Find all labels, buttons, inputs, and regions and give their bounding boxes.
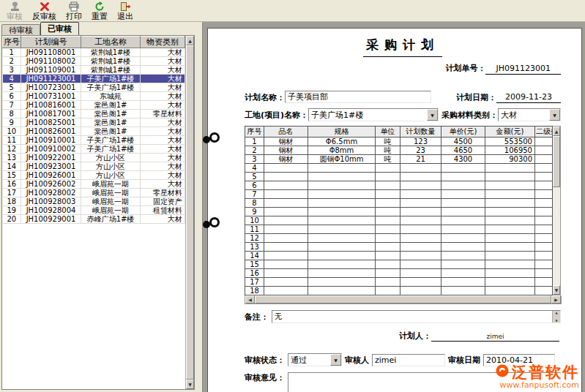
plan-row-category: 大材 [141,145,185,154]
plan-row[interactable]: 17 JH100928002 峨眉苑一期 零星材料 [3,189,185,197]
review-status-dropdown[interactable]: 通过 ▼ [288,353,342,366]
item-row[interactable]: 6 [245,181,553,190]
reset-button[interactable]: 重置 [88,1,111,21]
plan-row[interactable]: 18 JH100928003 峨眉苑一期 固定资产 [3,197,185,206]
plan-row[interactable]: 4 JH091123001 子美广场1#楼 大材 [3,75,185,83]
item-qty: 21 [400,155,441,164]
audit-button[interactable]: 审核 [3,1,26,21]
header-category[interactable]: 物资类别 [141,37,185,48]
scroll-right-icon[interactable]: ▶ [551,295,561,304]
item-row[interactable]: 11 [245,225,553,234]
scroll-down-icon[interactable]: ▼ [186,380,194,389]
tab-pending-audit[interactable]: 待审核 [1,24,40,35]
plan-row-category: 大材 [141,118,185,127]
item-row[interactable]: 5 [245,173,553,181]
items-header-row: 序号 品名 规格 单位 计划数量 单价(元) 金额(元) 二级类别 [245,127,553,137]
plan-row[interactable]: 10 JH100826001 棠邑阁1# 大材 [3,127,185,136]
plan-name-field[interactable]: 子美项目部 [285,91,431,103]
scroll-left-icon[interactable]: ◀ [245,295,255,304]
plan-row[interactable]: 20 JH100929001 赤峰广场1#楼 大材 [3,215,185,224]
scroll-down-icon[interactable]: ▼ [555,319,557,323]
scroll-up-icon[interactable]: ▲ [186,36,194,45]
plan-row[interactable]: 11 JH100910001 子美广场1#楼 大材 [3,136,185,145]
header-seq[interactable]: 序号 [3,37,21,48]
unaudit-button[interactable]: 反审核 [29,1,60,21]
plan-row[interactable]: 3 JH091109001 紫荆城1#楼 大材 [3,66,185,75]
scroll-thumb[interactable] [186,45,194,380]
plan-date-value: 2009-11-23 [496,92,561,103]
item-row[interactable]: 1 钢材 Φ6.5mm 吨 123 4500 553500 [245,137,553,146]
items-horizontal-scrollbar[interactable]: ◀ ▶ [245,295,562,304]
remark-field[interactable]: 无 ▲ ▼ [272,310,561,323]
item-row[interactable]: 13 [245,243,553,252]
plan-row[interactable]: 7 JH100816001 棠邑阁1# 大材 [3,101,185,110]
plan-row[interactable]: 13 JH100922001 方山小区 大材 [3,154,185,162]
plan-row[interactable]: 8 JH100817001 棠邑阁1# 零星材料 [3,110,185,118]
header-site[interactable]: 工地名称 [81,37,141,48]
item-amount [485,173,535,181]
panel-splitter[interactable] [195,22,203,392]
item-row[interactable]: 14 [245,252,553,260]
item-row[interactable]: 15 [245,260,553,269]
plan-row[interactable]: 5 JH100723001 子美广场1#楼 大材 [3,83,185,92]
item-row[interactable]: 4 [245,164,553,173]
plan-row[interactable]: 12 JH100910002 子美广场1#楼 大材 [3,145,185,154]
plan-row[interactable]: 19 JH100928004 峨眉苑一期 租赁材料 [3,206,185,215]
scroll-down-icon[interactable]: ▼ [553,285,560,295]
left-panel: 待审核 已审核 序号 计划编号 工地名称 物资类别 [0,22,195,392]
item-row[interactable]: 7 [245,190,553,199]
scroll-up-icon[interactable]: ▲ [553,127,560,136]
print-button[interactable]: 打印 [62,1,86,21]
item-name [264,287,308,295]
plan-row[interactable]: 6 JH100731001 东城苑 大材 [3,92,185,101]
item-row[interactable]: 16 [245,269,553,278]
item-subcategory [535,216,553,225]
item-row[interactable]: 8 [245,199,553,208]
items-header-qty: 计划数量 [400,127,441,137]
item-subcategory [535,287,553,295]
plans-scrollbar[interactable]: ▲ ▼ [185,36,194,389]
item-qty [400,234,441,243]
item-row[interactable]: 12 [245,234,553,243]
item-row[interactable]: 18 [245,287,553,295]
plan-row-seq: 18 [3,197,21,206]
item-price [441,164,485,173]
brand-url[interactable]: www.fanpusoft.com [496,380,579,390]
item-subcategory [535,234,553,243]
item-qty [400,225,441,234]
scroll-thumb[interactable] [553,136,560,187]
material-dropdown[interactable]: 大材 ▼ [498,108,561,121]
item-seq: 16 [245,269,264,278]
chevron-down-icon[interactable]: ▼ [549,109,560,121]
plan-row[interactable]: 16 JH100926002 峨眉苑一期 大材 [3,180,185,189]
plan-row[interactable]: 2 JH091108002 紫荆城1#楼 大材 [3,57,185,66]
item-row[interactable]: 10 [245,216,553,225]
item-row[interactable]: 9 [245,208,553,216]
tab-audited[interactable]: 已审核 [40,22,79,35]
chevron-down-icon[interactable]: ▼ [330,354,341,366]
plan-row-category: 大材 [141,57,185,66]
reviewer-field[interactable]: zimei [372,354,445,366]
item-unit [376,269,400,278]
header-plan-no[interactable]: 计划编号 [21,37,81,48]
item-row[interactable]: 2 钢材 Φ8mm 吨 23 4650 106950 [245,146,553,155]
remark-scrollbar[interactable]: ▲ ▼ [552,311,560,323]
scroll-up-icon[interactable]: ▲ [555,311,557,314]
plan-row[interactable]: 1 JH091108001 紫荆城1#楼 大材 [3,48,185,57]
review-status-label: 审核状态： [245,355,285,366]
item-price [441,216,485,225]
exit-button[interactable]: 退出 [113,1,137,21]
plan-row[interactable]: 9 JH100825001 棠邑阁1# 大材 [3,118,185,127]
site-dropdown[interactable]: 子美广场1#楼 ▼ [308,108,439,121]
plan-row[interactable]: 15 JH100926001 方山小区 大材 [3,171,185,180]
plan-no-row: 计划单号： JH091123001 [245,63,561,75]
item-amount [485,199,535,208]
item-seq: 11 [245,225,264,234]
item-row[interactable]: 17 [245,278,553,287]
scroll-thumb[interactable] [255,295,551,304]
items-vertical-scrollbar[interactable]: ▲ ▼ [553,126,561,295]
item-row[interactable]: 3 钢材 圆钢Φ10mm 吨 21 4300 90300 [245,155,553,164]
chevron-down-icon[interactable]: ▼ [427,109,438,121]
items-header-amount: 金额(元) [485,127,535,137]
plan-row[interactable]: 14 JH100923001 方山小区 大材 [3,162,185,171]
